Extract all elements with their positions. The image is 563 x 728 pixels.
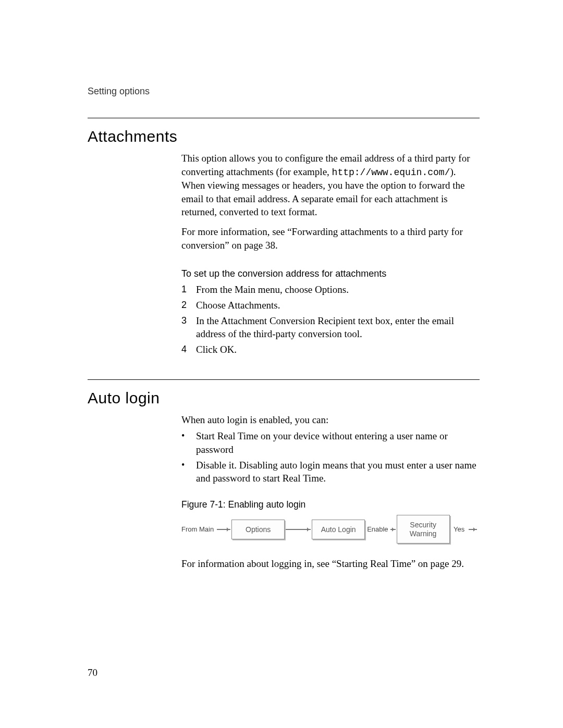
step-number: 4	[181, 343, 196, 356]
step-row: 4 Click OK.	[181, 343, 480, 356]
step-text: In the Attachment Conversion Recipient t…	[196, 314, 480, 341]
attachments-intro: This option allows you to configure the …	[181, 152, 480, 219]
section-rule	[88, 118, 480, 118]
flow-enable-label: Enable	[367, 525, 388, 534]
attachments-moreinfo: For more information, see “Forwarding at…	[181, 225, 480, 252]
arrow-icon	[217, 529, 230, 530]
steps-list: 1 From the Main menu, choose Options. 2 …	[181, 283, 480, 356]
heading-autologin: Auto login	[88, 389, 480, 407]
section-rule	[88, 379, 480, 380]
step-number: 2	[181, 299, 196, 312]
flow-box-options: Options	[231, 520, 285, 539]
step-text: From the Main menu, choose Options.	[196, 283, 480, 297]
figure-caption: Figure 7-1: Enabling auto login	[181, 499, 480, 511]
flow-box-line: Warning	[405, 529, 442, 538]
autologin-body: When auto login is enabled, you can: • S…	[181, 413, 480, 571]
bullet-text: Disable it. Disabling auto login means t…	[196, 459, 480, 485]
task-label: To set up the conversion address for att…	[181, 267, 480, 280]
bullet-row: • Start Real Time on your device without…	[181, 429, 480, 456]
running-header: Setting options	[88, 86, 480, 97]
flow-box-autologin: Auto Login	[312, 520, 365, 539]
step-number: 3	[181, 314, 196, 341]
step-text: Click OK.	[196, 343, 480, 356]
intro-url: http://www.equin.com/	[332, 167, 450, 178]
attachments-body: This option allows you to configure the …	[181, 152, 480, 356]
arrow-icon	[390, 529, 396, 530]
arrow-icon	[286, 529, 311, 530]
bullet-row: • Disable it. Disabling auto login means…	[181, 459, 480, 485]
document-page: Setting options Attachments This option …	[0, 0, 563, 728]
autologin-intro: When auto login is enabled, you can:	[181, 413, 480, 427]
step-row: 3 In the Attachment Conversion Recipient…	[181, 314, 480, 341]
step-row: 1 From the Main menu, choose Options.	[181, 283, 480, 297]
step-row: 2 Choose Attachments.	[181, 299, 480, 312]
step-number: 1	[181, 283, 196, 297]
flow-box-security: Security Warning	[397, 515, 450, 543]
heading-attachments: Attachments	[88, 128, 480, 145]
flowchart: From Main Options Auto Login Enable Secu…	[181, 515, 480, 543]
flow-from-label: From Main	[181, 525, 214, 534]
bullet-icon: •	[181, 429, 196, 456]
flow-yes-label: Yes	[452, 525, 467, 534]
bullet-icon: •	[181, 459, 196, 485]
bullet-list: • Start Real Time on your device without…	[181, 429, 480, 485]
flow-box-line: Security	[405, 521, 442, 529]
page-number: 70	[88, 667, 97, 678]
autologin-closing: For information about logging in, see “S…	[181, 557, 480, 571]
arrow-icon	[469, 529, 477, 530]
bullet-text: Start Real Time on your device without e…	[196, 429, 480, 456]
step-text: Choose Attachments.	[196, 299, 480, 312]
